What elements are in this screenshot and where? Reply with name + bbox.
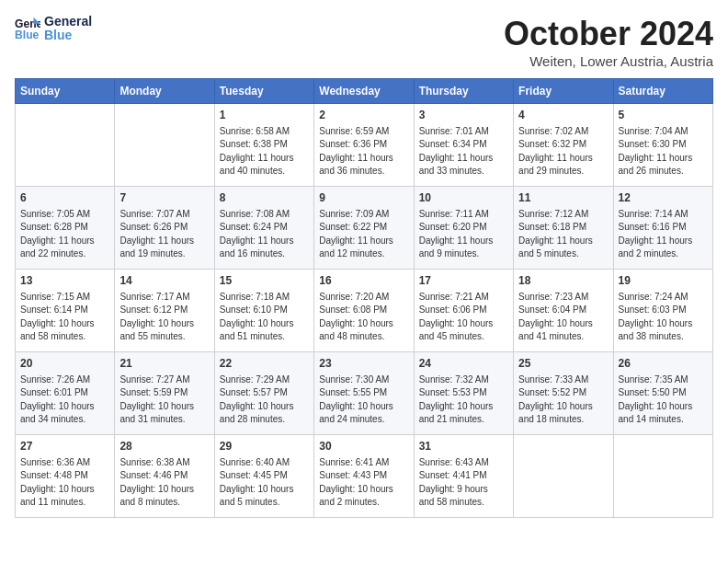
day-detail: Sunrise: 7:12 AMSunset: 6:18 PMDaylight:…: [518, 208, 608, 261]
day-detail: Sunrise: 7:09 AMSunset: 6:22 PMDaylight:…: [319, 208, 408, 261]
day-detail: Sunrise: 7:17 AMSunset: 6:12 PMDaylight:…: [119, 291, 209, 344]
day-number: 14: [119, 273, 209, 289]
calendar-cell: 9Sunrise: 7:09 AMSunset: 6:22 PMDaylight…: [314, 187, 414, 270]
calendar-cell: 23Sunrise: 7:30 AMSunset: 5:55 PMDayligh…: [314, 352, 414, 435]
day-detail: Sunrise: 7:35 AMSunset: 5:50 PMDaylight:…: [619, 373, 708, 427]
day-number: 25: [518, 356, 608, 372]
day-detail: Sunrise: 6:41 AMSunset: 4:43 PMDaylight:…: [319, 456, 408, 510]
calendar-cell: 18Sunrise: 7:23 AMSunset: 6:04 PMDayligh…: [514, 270, 613, 352]
day-number: 15: [220, 273, 309, 289]
day-detail: Sunrise: 7:32 AMSunset: 5:53 PMDaylight:…: [419, 373, 508, 427]
day-of-week-header: Thursday: [414, 79, 513, 104]
day-number: 11: [518, 190, 608, 206]
calendar-cell: 5Sunrise: 7:04 AMSunset: 6:30 PMDaylight…: [613, 104, 712, 187]
day-number: 26: [619, 356, 708, 372]
day-detail: Sunrise: 7:18 AMSunset: 6:10 PMDaylight:…: [220, 291, 309, 344]
calendar-cell: 26Sunrise: 7:35 AMSunset: 5:50 PMDayligh…: [613, 352, 712, 435]
calendar-cell: [115, 104, 214, 187]
day-number: 2: [319, 108, 408, 123]
calendar-cell: 10Sunrise: 7:11 AMSunset: 6:20 PMDayligh…: [414, 187, 513, 270]
day-detail: Sunrise: 7:23 AMSunset: 6:04 PMDaylight:…: [518, 291, 608, 344]
day-number: 10: [419, 190, 508, 206]
day-of-week-header: Saturday: [613, 79, 712, 104]
calendar-cell: 20Sunrise: 7:26 AMSunset: 6:01 PMDayligh…: [16, 352, 115, 435]
day-number: 16: [319, 273, 408, 289]
calendar-cell: 4Sunrise: 7:02 AMSunset: 6:32 PMDaylight…: [514, 104, 613, 187]
calendar-cell: [613, 435, 712, 518]
calendar-cell: 29Sunrise: 6:40 AMSunset: 4:45 PMDayligh…: [214, 435, 313, 518]
day-number: 7: [119, 190, 209, 206]
calendar-cell: 31Sunrise: 6:43 AMSunset: 4:41 PMDayligh…: [414, 435, 513, 518]
day-number: 23: [319, 356, 408, 372]
day-number: 28: [119, 439, 209, 454]
calendar-cell: 21Sunrise: 7:27 AMSunset: 5:59 PMDayligh…: [115, 352, 214, 435]
day-number: 29: [220, 439, 309, 454]
location-title: Weiten, Lower Austria, Austria: [504, 53, 713, 69]
day-detail: Sunrise: 7:33 AMSunset: 5:52 PMDaylight:…: [518, 373, 608, 427]
day-number: 17: [419, 273, 508, 289]
day-of-week-header: Monday: [115, 79, 214, 104]
calendar-cell: 25Sunrise: 7:33 AMSunset: 5:52 PMDayligh…: [514, 352, 613, 435]
day-number: 31: [419, 439, 508, 454]
calendar-cell: 11Sunrise: 7:12 AMSunset: 6:18 PMDayligh…: [514, 187, 613, 270]
calendar-cell: 6Sunrise: 7:05 AMSunset: 6:28 PMDaylight…: [16, 187, 115, 270]
logo-line1: General: [44, 15, 92, 29]
day-detail: Sunrise: 6:43 AMSunset: 4:41 PMDaylight:…: [419, 456, 508, 510]
day-detail: Sunrise: 7:11 AMSunset: 6:20 PMDaylight:…: [419, 208, 508, 261]
days-of-week-header: SundayMondayTuesdayWednesdayThursdayFrid…: [16, 79, 713, 104]
calendar-cell: 30Sunrise: 6:41 AMSunset: 4:43 PMDayligh…: [314, 435, 414, 518]
title-area: October 2024 Weiten, Lower Austria, Aust…: [504, 15, 713, 69]
calendar-cell: [514, 435, 613, 518]
day-detail: Sunrise: 7:08 AMSunset: 6:24 PMDaylight:…: [220, 208, 309, 261]
calendar-cell: 13Sunrise: 7:15 AMSunset: 6:14 PMDayligh…: [16, 270, 115, 352]
day-detail: Sunrise: 7:27 AMSunset: 5:59 PMDaylight:…: [119, 373, 209, 427]
day-number: 18: [518, 273, 608, 289]
day-detail: Sunrise: 7:01 AMSunset: 6:34 PMDaylight:…: [419, 125, 508, 178]
calendar-cell: 28Sunrise: 6:38 AMSunset: 4:46 PMDayligh…: [115, 435, 214, 518]
day-detail: Sunrise: 7:07 AMSunset: 6:26 PMDaylight:…: [119, 208, 209, 261]
logo: General Blue General Blue: [15, 15, 92, 43]
calendar-table: SundayMondayTuesdayWednesdayThursdayFrid…: [15, 78, 713, 518]
page-header: General Blue General Blue October 2024 W…: [15, 15, 713, 69]
day-number: 9: [319, 190, 408, 206]
calendar-cell: 7Sunrise: 7:07 AMSunset: 6:26 PMDaylight…: [115, 187, 214, 270]
day-detail: Sunrise: 6:38 AMSunset: 4:46 PMDaylight:…: [119, 456, 209, 510]
day-number: 21: [119, 356, 209, 372]
day-detail: Sunrise: 7:02 AMSunset: 6:32 PMDaylight:…: [518, 125, 608, 178]
day-detail: Sunrise: 6:36 AMSunset: 4:48 PMDaylight:…: [20, 456, 109, 510]
logo-icon: General Blue: [15, 16, 40, 41]
calendar-cell: 3Sunrise: 7:01 AMSunset: 6:34 PMDaylight…: [414, 104, 513, 187]
day-number: 3: [419, 108, 508, 123]
day-detail: Sunrise: 6:40 AMSunset: 4:45 PMDaylight:…: [220, 456, 309, 510]
calendar-cell: 22Sunrise: 7:29 AMSunset: 5:57 PMDayligh…: [214, 352, 313, 435]
calendar-cell: 12Sunrise: 7:14 AMSunset: 6:16 PMDayligh…: [613, 187, 712, 270]
day-of-week-header: Tuesday: [214, 79, 313, 104]
day-detail: Sunrise: 6:58 AMSunset: 6:38 PMDaylight:…: [220, 125, 309, 178]
day-detail: Sunrise: 7:14 AMSunset: 6:16 PMDaylight:…: [619, 208, 708, 261]
calendar-cell: [16, 104, 115, 187]
calendar-week-row: 1Sunrise: 6:58 AMSunset: 6:38 PMDaylight…: [16, 104, 713, 187]
day-number: 30: [319, 439, 408, 454]
month-title: October 2024: [504, 15, 713, 53]
day-detail: Sunrise: 7:29 AMSunset: 5:57 PMDaylight:…: [220, 373, 309, 427]
day-detail: Sunrise: 7:26 AMSunset: 6:01 PMDaylight:…: [20, 373, 109, 427]
day-detail: Sunrise: 7:15 AMSunset: 6:14 PMDaylight:…: [20, 291, 109, 344]
calendar-week-row: 13Sunrise: 7:15 AMSunset: 6:14 PMDayligh…: [16, 270, 713, 352]
calendar-cell: 14Sunrise: 7:17 AMSunset: 6:12 PMDayligh…: [115, 270, 214, 352]
calendar-cell: 19Sunrise: 7:24 AMSunset: 6:03 PMDayligh…: [613, 270, 712, 352]
calendar-cell: 27Sunrise: 6:36 AMSunset: 4:48 PMDayligh…: [16, 435, 115, 518]
svg-text:Blue: Blue: [15, 29, 40, 42]
day-number: 1: [220, 108, 309, 123]
day-detail: Sunrise: 7:20 AMSunset: 6:08 PMDaylight:…: [319, 291, 408, 344]
day-number: 19: [619, 273, 708, 289]
calendar-cell: 8Sunrise: 7:08 AMSunset: 6:24 PMDaylight…: [214, 187, 313, 270]
day-number: 24: [419, 356, 508, 372]
calendar-week-row: 27Sunrise: 6:36 AMSunset: 4:48 PMDayligh…: [16, 435, 713, 518]
calendar-cell: 2Sunrise: 6:59 AMSunset: 6:36 PMDaylight…: [314, 104, 414, 187]
day-number: 13: [20, 273, 109, 289]
day-detail: Sunrise: 6:59 AMSunset: 6:36 PMDaylight:…: [319, 125, 408, 178]
calendar-cell: 15Sunrise: 7:18 AMSunset: 6:10 PMDayligh…: [214, 270, 313, 352]
day-number: 12: [619, 190, 708, 206]
day-number: 4: [518, 108, 608, 123]
day-number: 8: [220, 190, 309, 206]
